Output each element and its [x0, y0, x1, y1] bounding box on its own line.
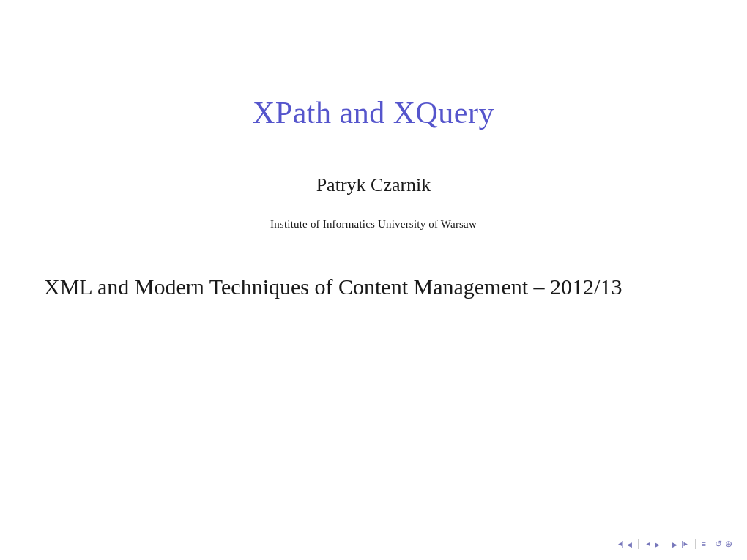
nav-align-button[interactable]: ≡ [700, 539, 707, 549]
nav-align-icon: ≡ [702, 540, 706, 548]
nav-controls: ◄ | ◄ [615, 539, 732, 550]
nav-prev2-button[interactable]: ◄ [643, 540, 653, 548]
nav-next2-button[interactable] [653, 540, 661, 549]
nav-group-middle: ◄ [643, 540, 661, 549]
nav-next-button[interactable] [671, 540, 679, 549]
nav-last-icon2: ► [683, 540, 689, 548]
course-text: XML and Modern Techniques of Content Man… [44, 275, 747, 299]
nav-prev-button[interactable] [625, 540, 633, 549]
nav-bar: ◄ | ◄ [0, 534, 747, 554]
title-section: XPath and XQuery [253, 95, 494, 130]
author-name: Patryk Czarnik [316, 174, 431, 196]
nav-first-icon2: | [622, 540, 623, 548]
course-section: XML and Modern Techniques of Content Man… [0, 275, 747, 299]
slide-title: XPath and XQuery [253, 95, 494, 130]
nav-prev2-icon: ◄ [644, 540, 651, 548]
nav-first-button[interactable]: ◄ | [615, 540, 625, 548]
affiliation-text: Institute of Informatics University of W… [270, 218, 477, 231]
nav-group-left: ◄ | [615, 540, 633, 549]
nav-separator-3 [695, 539, 696, 549]
author-section: Patryk Czarnik [316, 174, 431, 196]
nav-group-right: | ► [671, 540, 690, 549]
nav-search-button[interactable]: ⊕ [725, 539, 732, 550]
slide: XPath and XQuery Patryk Czarnik Institut… [0, 0, 747, 560]
nav-next2-icon [655, 540, 660, 548]
nav-last-button[interactable]: | ► [680, 540, 690, 548]
nav-separator-2 [666, 539, 666, 549]
nav-next-icon [672, 540, 677, 548]
nav-right-icons: ↺ ⊕ [715, 539, 732, 550]
affiliation-section: Institute of Informatics University of W… [270, 218, 477, 231]
nav-separator-1 [638, 539, 639, 549]
nav-undo-button[interactable]: ↺ [715, 539, 722, 550]
nav-prev-icon [627, 540, 632, 548]
